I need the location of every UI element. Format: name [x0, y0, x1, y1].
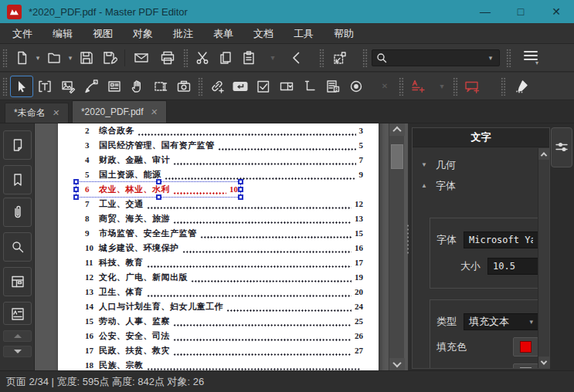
toolbar-grip[interactable]	[198, 77, 203, 96]
new-document-button[interactable]	[10, 47, 33, 69]
toolbar-grip[interactable]	[2, 49, 8, 67]
menu-item[interactable]: 工具	[284, 23, 324, 44]
selection-handle[interactable]	[156, 179, 161, 184]
form-fields-panel-button[interactable]	[3, 267, 32, 296]
radio-button-field-tool-button[interactable]	[345, 76, 368, 97]
menu-item[interactable]: 编辑	[42, 23, 83, 44]
bookmarks-button[interactable]	[3, 165, 32, 194]
text-baseline-tool-button[interactable]	[298, 76, 321, 97]
eraser-tool-button[interactable]	[510, 76, 533, 97]
save-button[interactable]	[75, 47, 98, 69]
font-size-input[interactable]	[487, 258, 538, 275]
add-text-annotation-button[interactable]	[406, 76, 430, 97]
save-as-button[interactable]	[98, 47, 121, 69]
paste-button[interactable]	[237, 47, 260, 69]
cut-button[interactable]	[191, 47, 214, 69]
toc-entry[interactable]: 15 劳动、人事、监察 25	[85, 314, 363, 329]
open-file-dropdown-caret[interactable]: ▾	[66, 47, 75, 69]
email-button[interactable]	[128, 47, 155, 69]
edit-text-tool-button[interactable]	[33, 76, 56, 97]
fit-selection-button[interactable]	[328, 47, 352, 69]
selection-handle[interactable]	[73, 187, 79, 192]
paint-type-dropdown[interactable]: 填充文本 ▾	[464, 313, 538, 330]
panel-scroll-up-button[interactable]	[538, 148, 549, 160]
pdf-page[interactable]: 2 综合政务 3 3 国民经	[58, 123, 379, 370]
toc-entry[interactable]: 18 民族、宗教	[85, 358, 363, 370]
panel-section-header[interactable]: ▲ 字体	[420, 175, 538, 196]
listbox-field-tool-button[interactable]	[321, 76, 345, 97]
toc-entry[interactable]: 3 国民经济管理、国有资产监管 5	[85, 138, 363, 153]
sidebar-scroll-up-button[interactable]	[3, 330, 32, 342]
toolbar-grip[interactable]	[399, 77, 404, 96]
toolbar-grip[interactable]	[501, 77, 506, 96]
tab-close-icon[interactable]: ✕	[150, 107, 158, 117]
panel-scrollbar[interactable]	[538, 148, 549, 368]
search-panel-button[interactable]	[3, 232, 32, 262]
snapshot-tool-button[interactable]	[172, 76, 195, 97]
doc-scrollbar-thumb[interactable]	[391, 144, 403, 169]
toolbar-grip[interactable]	[319, 49, 324, 67]
new-document-dropdown-caret[interactable]: ▾	[33, 47, 42, 69]
page-thumbnails-button[interactable]	[3, 130, 32, 160]
selection-handle[interactable]	[73, 179, 79, 184]
document-viewport[interactable]: 2 综合政务 3 3 国民经	[35, 123, 408, 370]
toc-entry[interactable]: 5 国土资源、能源 9	[85, 167, 363, 182]
search-box[interactable]: ▾	[372, 49, 500, 66]
print-button[interactable]	[155, 47, 181, 69]
toc-entry[interactable]: 10 城乡建设、环境保护 16	[85, 241, 363, 255]
doc-scroll-up-button[interactable]	[389, 123, 405, 136]
edit-image-tool-button[interactable]	[56, 76, 80, 97]
document-scrollbar[interactable]	[389, 123, 404, 370]
document-tab[interactable]: *2020_PDF.pdf ✕	[72, 100, 167, 123]
stroke-color-button[interactable]	[513, 363, 538, 368]
document-tab[interactable]: *未命名 ✕	[5, 103, 69, 123]
edit-path-tool-button[interactable]	[80, 76, 103, 97]
menu-item[interactable]: 文件	[2, 23, 42, 44]
toc-entry[interactable]: 2 综合政务 3	[85, 123, 363, 138]
toolbar-grip[interactable]	[506, 49, 511, 67]
panel-section-header[interactable]: ▼ 几何	[420, 154, 538, 175]
toc-entry[interactable]: 9 市场监管、安全生产监管 15	[85, 226, 363, 241]
menu-item[interactable]: 表单	[203, 23, 243, 44]
combobox-field-tool-button[interactable]	[275, 76, 298, 97]
toolbar-grip[interactable]	[453, 77, 458, 96]
toolbar-grip[interactable]	[362, 49, 368, 67]
close-button[interactable]: ✕	[538, 0, 574, 23]
menu-item[interactable]: 批注	[163, 23, 203, 44]
attachments-button[interactable]	[3, 198, 32, 227]
toc-entry[interactable]: 4 财政、金融、审计 7	[85, 153, 363, 167]
menu-item[interactable]: 帮助	[324, 23, 364, 44]
menu-item[interactable]: 对象	[123, 23, 163, 44]
font-family-input[interactable]	[464, 231, 538, 248]
add-callout-annotation-button[interactable]	[460, 76, 484, 97]
selection-handle[interactable]	[238, 179, 243, 184]
toc-entry[interactable]: 6 农业、林业、水利 10	[85, 182, 238, 197]
search-dropdown-caret[interactable]: ▾	[485, 47, 496, 69]
selection-handle[interactable]	[73, 194, 79, 200]
select-tool-button[interactable]	[10, 76, 33, 97]
toolbar-menu-button[interactable]: ▾	[515, 47, 538, 69]
back-navigation-button[interactable]	[285, 47, 308, 69]
enter-key-tool-button[interactable]	[229, 76, 252, 97]
menu-item[interactable]: 文档	[243, 23, 284, 44]
checkbox-field-tool-button[interactable]	[252, 76, 275, 97]
selection-handle[interactable]	[238, 187, 243, 192]
fill-color-button[interactable]	[513, 337, 538, 357]
toc-entry[interactable]: 13 卫生、体育 20	[85, 285, 363, 299]
properties-panel-tab[interactable]	[551, 127, 572, 167]
minimize-button[interactable]: —	[467, 0, 503, 23]
properties-panel-button[interactable]	[3, 302, 32, 325]
toc-entry[interactable]: 7 工业、交通 12	[85, 197, 363, 211]
add-link-tool-button[interactable]	[205, 76, 229, 97]
toc-entry[interactable]: 11 科技、教育 17	[85, 255, 363, 270]
toolbar-grip[interactable]	[2, 77, 8, 96]
selection-outline[interactable]	[76, 181, 241, 198]
select-text-area-tool-button[interactable]	[149, 76, 172, 97]
toolbar-grip[interactable]	[183, 49, 189, 67]
toc-entry[interactable]: 8 商贸、海关、旅游 13	[85, 211, 363, 226]
section-collapse-icon[interactable]: ▲	[420, 182, 428, 189]
panel-scroll-down-button[interactable]	[538, 357, 549, 368]
sidebar-scroll-down-button[interactable]	[3, 346, 32, 357]
menu-item[interactable]: 视图	[83, 23, 123, 44]
toc-entry[interactable]: 17 民政、扶贫、救灾 27	[85, 343, 363, 358]
